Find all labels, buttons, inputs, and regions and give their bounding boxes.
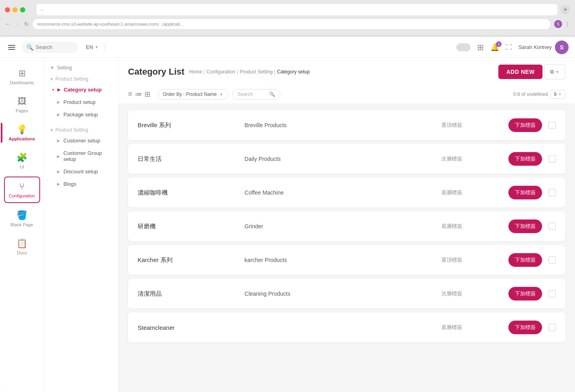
nav-item-blogs[interactable]: ▶ Blogs: [44, 178, 118, 190]
notifications-button[interactable]: 🔔 3: [490, 43, 499, 52]
add-sub-button[interactable]: 下加標簽: [508, 287, 542, 301]
view-options-button[interactable]: ⧉ ▼: [544, 64, 565, 79]
product-setting-label: Product Setting: [55, 76, 88, 82]
profile-browser-icon[interactable]: S: [554, 20, 562, 28]
page-size-button[interactable]: 8 ▼: [550, 90, 565, 99]
avatar-initial: S: [560, 44, 563, 51]
discount-chevron-icon: ▶: [57, 169, 60, 174]
breadcrumb-home[interactable]: Home: [189, 69, 202, 75]
add-sub-button[interactable]: 下加標簽: [508, 118, 542, 132]
category-name-zh: 清潔用品: [138, 290, 238, 298]
sidebar-item-dashboards[interactable]: ⊞ Dashboards: [4, 64, 40, 89]
sidebar-item-dashboards-label: Dashboards: [10, 80, 34, 85]
user-profile[interactable]: Sarah Kortney S: [518, 41, 569, 54]
discount-setup-label: Discount setup: [63, 169, 98, 175]
category-level: 次層標簽: [402, 290, 502, 297]
refresh-button[interactable]: ↻: [24, 21, 29, 27]
theme-toggle[interactable]: [456, 43, 471, 51]
filters-row: ≡ ≔ ⊞ Order By : Product Name ▼ Search 🔍…: [118, 85, 575, 104]
minimize-traffic-light[interactable]: [12, 7, 18, 12]
filter-detail-icon[interactable]: ≔: [135, 90, 142, 99]
sidebar-item-ui-label: UI: [20, 165, 24, 169]
traffic-lights: [5, 7, 25, 12]
table-row: 研磨機 Grinder 底層標簽 下加標簽: [128, 211, 565, 241]
row-checkbox[interactable]: [549, 122, 556, 129]
count-text: 0-8 of undefined: [513, 91, 548, 97]
row-checkbox[interactable]: [549, 155, 556, 162]
category-chevron-icon: ▶: [57, 87, 61, 92]
product-setting-collapse-icon: ▼: [50, 77, 54, 81]
maximize-traffic-light[interactable]: [20, 7, 25, 12]
breadcrumb-category-setup[interactable]: Category setup: [277, 69, 309, 75]
sidebar-item-docs[interactable]: 📋 Docs: [4, 234, 40, 259]
category-setup-label: Category setup: [64, 87, 102, 93]
sidebar-item-ui[interactable]: 🧩 UI: [4, 148, 40, 173]
search-input[interactable]: [36, 44, 76, 50]
sidebar-item-pages[interactable]: 🖼 Pages: [4, 92, 40, 117]
nav-item-discount-setup[interactable]: ▶ Discount setup: [44, 165, 118, 178]
nav-item-package-setup[interactable]: ▶ Package setup: [44, 108, 118, 121]
row-checkbox[interactable]: [549, 290, 556, 297]
category-name-en: Breville Products: [244, 122, 395, 128]
customer-setup-label: Customer setup: [63, 138, 100, 144]
sidebar-item-configuration[interactable]: ⑂ Configuration: [4, 177, 40, 203]
applications-icon: 💡: [16, 124, 27, 135]
more-options-icon[interactable]: ⋮: [565, 21, 570, 27]
nav-item-customer-group-setup[interactable]: ▶ Customer Group setup: [44, 147, 118, 165]
row-checkbox[interactable]: [549, 324, 556, 331]
lang-label: EN: [86, 44, 93, 50]
grid-view-icon[interactable]: ⊞: [477, 43, 484, 52]
order-chevron-icon: ▼: [219, 92, 223, 97]
order-by-label: Order By : Product Name: [163, 91, 217, 97]
filter-list-icon[interactable]: ≡: [128, 90, 132, 99]
global-search[interactable]: 🔍: [22, 42, 78, 53]
product-chevron-icon: ▶: [57, 100, 60, 104]
breadcrumb-configuration[interactable]: Configuration: [207, 69, 235, 75]
add-sub-button[interactable]: 下加標簽: [508, 253, 542, 267]
category-level: 置頂標簽: [402, 256, 502, 264]
filter-grid-icon[interactable]: ⊞: [144, 90, 150, 99]
sidebar-item-applications[interactable]: 💡 Applications: [4, 120, 40, 145]
add-sub-button[interactable]: 下加標簽: [508, 321, 542, 334]
breadcrumb-product-setting[interactable]: Product Setting: [240, 69, 272, 75]
nav-item-category-setup[interactable]: ● ▶ Category setup: [44, 83, 118, 96]
view-icon: ⧉: [550, 69, 554, 75]
setting-label: Setting: [57, 65, 72, 71]
order-by-button[interactable]: Order By : Product Name ▼: [158, 89, 229, 100]
sidebar-item-blank-page[interactable]: 🪣 Blank Page: [4, 206, 40, 231]
user-avatar: S: [555, 41, 569, 54]
search-filter[interactable]: Search 🔍: [232, 89, 280, 100]
nav-item-customer-setup[interactable]: ▶ Customer setup: [44, 134, 118, 147]
back-button[interactable]: ←: [5, 20, 11, 28]
table-row: Steamcleaner 底層標簽 下加標簽: [128, 313, 565, 342]
main-layout: ⊞ Dashboards 🖼 Pages 💡 Applications 🧩 UI…: [0, 58, 575, 392]
row-checkbox[interactable]: [549, 189, 556, 196]
setting-group-header[interactable]: ▼ Setting: [44, 63, 118, 73]
address-bar[interactable]: –: [37, 4, 557, 15]
browser-toolbar-icons: S ⋮: [554, 20, 570, 28]
breadcrumb: Home | Configuration | Product Setting |…: [189, 69, 310, 75]
row-checkbox[interactable]: [549, 256, 556, 264]
add-sub-button[interactable]: 下加標簽: [508, 186, 542, 199]
sidebar-item-blank-page-label: Blank Page: [10, 222, 33, 227]
close-traffic-light[interactable]: [5, 7, 10, 12]
blank-page-icon: 🪣: [16, 210, 27, 221]
hamburger-menu[interactable]: [6, 43, 17, 51]
content-header: Category List Home | Configuration | Pro…: [118, 58, 575, 85]
category-name-zh: Steamcleaner: [138, 324, 238, 331]
new-tab-button[interactable]: +: [561, 5, 570, 14]
customer-chevron-icon: ▶: [57, 138, 60, 143]
row-checkbox[interactable]: [549, 223, 556, 230]
page-size-chevron-icon: ▼: [558, 92, 562, 96]
add-sub-button[interactable]: 下加標簽: [508, 219, 542, 233]
category-name-en: Grinder: [244, 223, 395, 230]
expand-icon[interactable]: ⛶: [506, 44, 512, 51]
language-selector[interactable]: EN ▼: [86, 44, 99, 50]
add-sub-button[interactable]: 下加標簽: [508, 152, 542, 166]
forward-button[interactable]: →: [14, 20, 21, 28]
url-bar[interactable]: ecommerce-cms.s3-website-ap-southeast-1.…: [32, 18, 551, 30]
nav-item-product-setup[interactable]: ▶ Product setup: [44, 96, 118, 108]
product-setting-label2: Product Setting: [55, 127, 88, 133]
add-new-button[interactable]: ADD NEW: [498, 65, 542, 79]
table-row: Karcher 系列 karcher Products 置頂標簽 下加標簽: [128, 245, 565, 275]
